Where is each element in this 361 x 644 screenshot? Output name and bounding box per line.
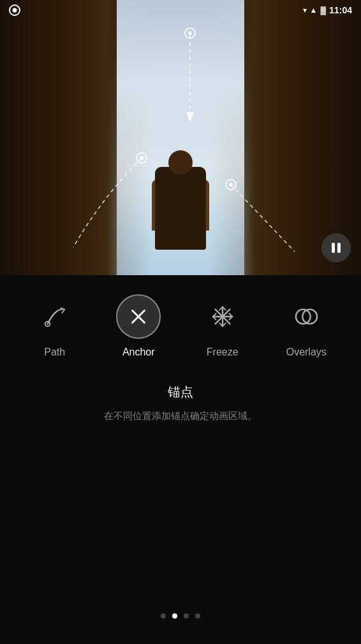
wifi-icon: ▾ [303, 6, 307, 15]
tool-item-path[interactable]: Path [26, 294, 84, 358]
battery-icon: ▓ [320, 6, 326, 15]
tool-item-overlays[interactable]: Overlays [277, 294, 335, 358]
overlays-label: Overlays [286, 347, 327, 358]
info-section: 锚点 在不同位置添加锚点确定动画区域。 [78, 383, 283, 424]
pause-bar-right [337, 243, 341, 253]
overlays-icon [294, 304, 318, 329]
page-dot-3[interactable] [184, 613, 189, 619]
pause-bar-left [332, 243, 335, 253]
overlays-icon-wrap [284, 294, 328, 339]
person-head [168, 150, 193, 175]
bottom-panel: Path Anchor [0, 275, 361, 644]
status-left [9, 4, 20, 16]
tool-item-freeze[interactable]: Freeze [194, 294, 251, 358]
page-dot-4[interactable] [195, 613, 200, 619]
freeze-label: Freeze [207, 347, 239, 358]
page-dot-1[interactable] [161, 613, 166, 619]
page-dots [161, 613, 200, 619]
freeze-icon [210, 304, 235, 329]
info-desc: 在不同位置添加锚点确定动画区域。 [104, 408, 257, 424]
person-body [155, 167, 206, 250]
tool-bar: Path Anchor [0, 275, 361, 371]
status-time: 11:04 [329, 5, 352, 15]
path-icon-wrap [33, 294, 77, 339]
person-figure [149, 148, 212, 250]
status-bar: ▾ ▲ ▓ 11:04 [0, 0, 361, 20]
anchor-icon [126, 304, 151, 329]
path-label: Path [44, 347, 65, 358]
status-right: ▾ ▲ ▓ 11:04 [303, 5, 352, 15]
tool-item-anchor[interactable]: Anchor [110, 294, 167, 358]
pause-icon [332, 243, 341, 253]
path-icon [43, 304, 67, 329]
anchor-icon-wrap [116, 294, 161, 339]
page-dot-2[interactable] [172, 613, 177, 619]
freeze-icon-wrap [200, 294, 245, 339]
pause-button[interactable] [321, 233, 351, 262]
anchor-label: Anchor [122, 347, 155, 358]
video-area [0, 0, 361, 275]
waterfall-background [0, 0, 361, 275]
notification-icon [9, 4, 20, 16]
signal-icon: ▲ [310, 6, 318, 15]
info-title: 锚点 [104, 383, 257, 401]
